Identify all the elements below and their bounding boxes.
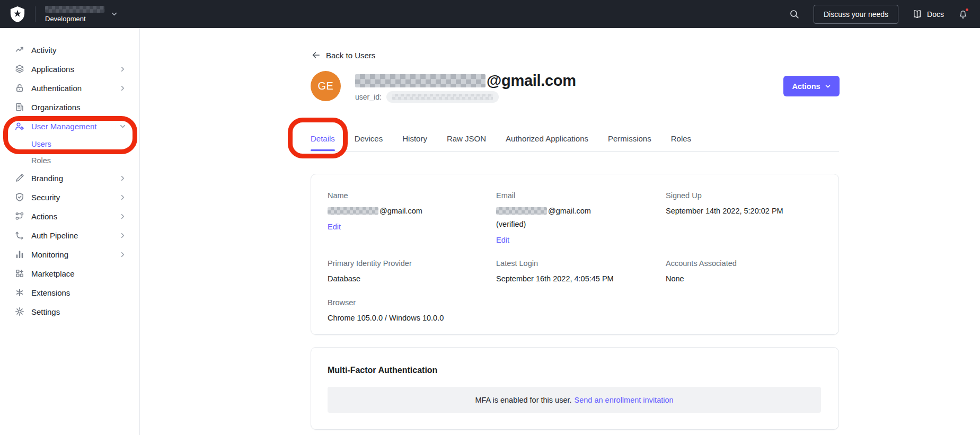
sidebar-item-organizations[interactable]: Organizations bbox=[0, 97, 139, 117]
building-icon bbox=[15, 102, 24, 112]
sidebar-nav: Activity Applications Authentication Org… bbox=[0, 28, 140, 435]
tab-bar: Details Devices History Raw JSON Authori… bbox=[311, 131, 839, 152]
actions-button[interactable]: Actions bbox=[783, 76, 840, 96]
chevron-right-icon bbox=[120, 85, 126, 91]
tab-authorized-applications[interactable]: Authorized Applications bbox=[506, 131, 588, 151]
sidebar-item-users[interactable]: Users bbox=[0, 136, 139, 152]
avatar: GE bbox=[311, 71, 341, 101]
docs-link[interactable]: Docs bbox=[912, 9, 944, 19]
sidebar-item-label: Extensions bbox=[31, 288, 70, 297]
chevron-right-icon bbox=[120, 194, 126, 200]
auth0-logo-icon[interactable] bbox=[10, 6, 25, 23]
pipeline-icon bbox=[15, 230, 24, 240]
tab-roles[interactable]: Roles bbox=[671, 131, 691, 151]
redacted-name-prefix bbox=[328, 207, 378, 215]
redacted-user-id bbox=[392, 94, 493, 100]
redacted-email-prefix bbox=[355, 74, 485, 87]
field-latest-login: Latest Login September 16th 2022, 4:05:4… bbox=[496, 259, 666, 284]
navbar-divider bbox=[35, 6, 36, 22]
tab-raw-json[interactable]: Raw JSON bbox=[447, 131, 486, 151]
name-domain: @gmail.com bbox=[379, 207, 422, 215]
tenant-environment: Development bbox=[45, 15, 104, 23]
search-icon[interactable] bbox=[789, 8, 800, 20]
chevron-down-icon bbox=[120, 123, 126, 129]
field-label: Primary Identity Provider bbox=[328, 259, 496, 269]
sidebar-item-label: Branding bbox=[31, 174, 63, 183]
field-label: Accounts Associated bbox=[666, 259, 822, 269]
tab-devices[interactable]: Devices bbox=[355, 131, 383, 151]
sidebar-item-label: Settings bbox=[31, 307, 60, 316]
sidebar-item-label: Authentication bbox=[31, 84, 82, 93]
chevron-down-icon bbox=[111, 11, 118, 17]
field-email: Email @gmail.com (verified) Edit bbox=[496, 191, 666, 245]
asterisk-icon bbox=[15, 288, 24, 297]
avatar-initials: GE bbox=[318, 80, 334, 92]
user-id-label: user_id: bbox=[355, 93, 382, 101]
unread-badge bbox=[965, 7, 969, 12]
navbar-right: Discuss your needs Docs bbox=[789, 5, 980, 24]
arrow-left-icon bbox=[311, 50, 320, 60]
mfa-status-text: MFA is enabled for this user. bbox=[475, 396, 571, 404]
navbar-left: Development bbox=[0, 6, 118, 23]
sidebar-item-label: Auth Pipeline bbox=[31, 231, 78, 240]
field-value: @gmail.com bbox=[328, 206, 496, 216]
sidebar-item-marketplace[interactable]: Marketplace bbox=[0, 264, 139, 283]
field-label: Email bbox=[496, 191, 666, 201]
field-signed-up: Signed Up September 14th 2022, 5:20:02 P… bbox=[666, 191, 822, 245]
sidebar-item-label: Monitoring bbox=[31, 250, 68, 259]
sidebar-item-label: Activity bbox=[31, 46, 57, 55]
sidebar-item-user-management[interactable]: User Management bbox=[0, 117, 139, 136]
edit-email-link[interactable]: Edit bbox=[496, 236, 509, 244]
main-content: Back to Users GE @gmail.com user_id: Act… bbox=[140, 28, 980, 435]
sidebar-item-branding[interactable]: Branding bbox=[0, 168, 139, 188]
notifications-bell-icon[interactable] bbox=[958, 9, 968, 20]
sidebar-item-settings[interactable]: Settings bbox=[0, 302, 139, 321]
mfa-status-box: MFA is enabled for this user. Send an en… bbox=[328, 387, 821, 413]
sidebar-item-actions[interactable]: Actions bbox=[0, 207, 139, 226]
tenant-switcher[interactable]: Development bbox=[45, 6, 104, 23]
edit-name-link[interactable]: Edit bbox=[328, 223, 341, 231]
paintbrush-icon bbox=[15, 173, 24, 183]
field-value: @gmail.com bbox=[496, 206, 666, 216]
tab-history[interactable]: History bbox=[402, 131, 427, 151]
discuss-your-needs-button[interactable]: Discuss your needs bbox=[814, 5, 898, 24]
bar-chart-icon bbox=[15, 250, 24, 259]
sidebar-item-security[interactable]: Security bbox=[0, 188, 139, 207]
user-id-row: user_id: bbox=[355, 91, 499, 103]
field-label: Latest Login bbox=[496, 259, 666, 269]
back-to-users-link[interactable]: Back to Users bbox=[311, 50, 375, 60]
field-label: Browser bbox=[328, 298, 496, 308]
field-value: Chrome 105.0.0 / Windows 10.0.0 bbox=[328, 313, 496, 323]
user-gear-icon bbox=[15, 121, 24, 131]
send-enrollment-invitation-link[interactable]: Send an enrollment invitation bbox=[575, 396, 674, 404]
chevron-right-icon bbox=[120, 233, 126, 238]
sidebar-item-label: User Management bbox=[31, 122, 96, 131]
user-details-card: Name @gmail.com Edit Email @gmail.com (v… bbox=[311, 174, 839, 335]
gear-icon bbox=[15, 307, 24, 316]
sidebar-item-auth-pipeline[interactable]: Auth Pipeline bbox=[0, 226, 139, 245]
field-browser: Browser Chrome 105.0.0 / Windows 10.0.0 bbox=[328, 298, 496, 323]
chevron-right-icon bbox=[120, 175, 126, 181]
sidebar-item-monitoring[interactable]: Monitoring bbox=[0, 245, 139, 264]
sidebar-item-label: Applications bbox=[31, 65, 74, 74]
sidebar-item-applications[interactable]: Applications bbox=[0, 59, 139, 78]
sidebar-item-roles[interactable]: Roles bbox=[0, 152, 139, 168]
docs-label: Docs bbox=[927, 10, 944, 19]
sidebar-item-label: Security bbox=[31, 193, 60, 202]
page-title: @gmail.com bbox=[355, 72, 576, 90]
sidebar-item-extensions[interactable]: Extensions bbox=[0, 283, 139, 302]
field-value: September 16th 2022, 4:05:45 PM bbox=[496, 273, 666, 284]
chevron-down-icon bbox=[825, 83, 831, 90]
sidebar-item-authentication[interactable]: Authentication bbox=[0, 78, 139, 97]
sidebar-item-label: Roles bbox=[31, 156, 51, 165]
book-icon bbox=[912, 9, 922, 19]
chevron-right-icon bbox=[120, 252, 126, 258]
tab-details[interactable]: Details bbox=[311, 131, 335, 151]
field-value: September 14th 2022, 5:20:02 PM bbox=[666, 206, 822, 216]
email-verified-note: (verified) bbox=[496, 219, 666, 229]
field-name: Name @gmail.com Edit bbox=[328, 191, 496, 245]
sidebar-item-activity[interactable]: Activity bbox=[0, 40, 139, 59]
chevron-right-icon bbox=[120, 214, 126, 219]
sidebar-item-label: Organizations bbox=[31, 103, 81, 112]
tab-permissions[interactable]: Permissions bbox=[608, 131, 651, 151]
